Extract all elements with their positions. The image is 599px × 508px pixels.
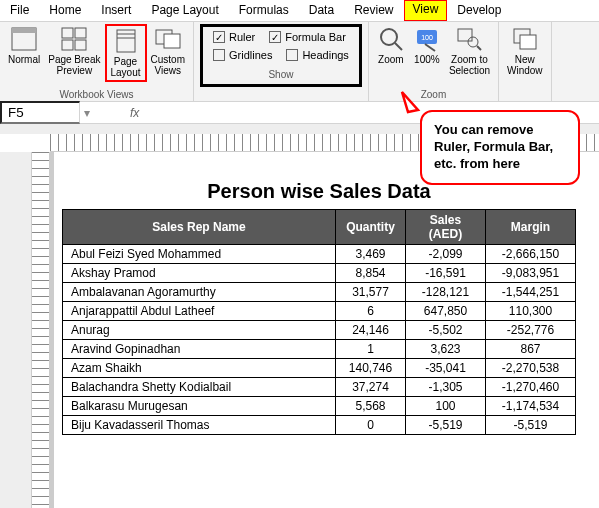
table-row[interactable]: Balkarasu Murugesan 5,568 100 -1,174,534 [63, 397, 576, 416]
cell-sales[interactable]: -1,305 [406, 378, 486, 397]
table-row[interactable]: Abul Feizi Syed Mohammed 3,469 -2,099 -2… [63, 245, 576, 264]
zoom-100-button[interactable]: 100 100% [409, 24, 445, 67]
dropdown-icon[interactable]: ▾ [80, 106, 94, 120]
name-box[interactable] [0, 101, 80, 124]
cell-sales[interactable]: -35,041 [406, 359, 486, 378]
cell-margin[interactable]: -2,270,538 [486, 359, 576, 378]
cell-sales[interactable]: -2,099 [406, 245, 486, 264]
menu-insert[interactable]: Insert [91, 0, 141, 21]
zoom-100-icon: 100 [413, 26, 441, 52]
page-layout-page: Person wise Sales Data Sales Rep Name Qu… [54, 152, 584, 508]
cell-margin[interactable]: -2,666,150 [486, 245, 576, 264]
table-row[interactable]: Anurag 24,146 -5,502 -252,776 [63, 321, 576, 340]
cell-qty[interactable]: 37,274 [336, 378, 406, 397]
fx-icon[interactable]: fx [124, 106, 145, 120]
zoom-100-label: 100% [414, 54, 440, 65]
headings-checkbox[interactable]: Headings [286, 49, 348, 61]
page-break-button[interactable]: Page Break Preview [44, 24, 104, 78]
menu-data[interactable]: Data [299, 0, 344, 21]
cell-name[interactable]: Azam Shaikh [63, 359, 336, 378]
sales-table: Sales Rep Name Quantity Sales (AED) Marg… [62, 209, 576, 435]
vertical-ruler [32, 152, 50, 508]
cell-name[interactable]: Aravind Gopinadhan [63, 340, 336, 359]
cell-qty[interactable]: 1 [336, 340, 406, 359]
menu-view[interactable]: View [404, 0, 448, 21]
cell-margin[interactable]: 867 [486, 340, 576, 359]
cell-sales[interactable]: -16,591 [406, 264, 486, 283]
headings-label: Headings [302, 49, 348, 61]
cell-sales[interactable]: 3,623 [406, 340, 486, 359]
cell-sales[interactable]: 100 [406, 397, 486, 416]
svg-rect-2 [62, 28, 73, 38]
zoom-selection-icon [455, 26, 483, 52]
table-row[interactable]: Biju Kavadasseril Thomas 0 -5,519 -5,519 [63, 416, 576, 435]
cell-qty[interactable]: 6 [336, 302, 406, 321]
menu-review[interactable]: Review [344, 0, 403, 21]
cell-qty[interactable]: 31,577 [336, 283, 406, 302]
menu-file[interactable]: File [0, 0, 39, 21]
col-quantity: Quantity [336, 210, 406, 245]
svg-rect-1 [12, 28, 36, 33]
cell-name[interactable]: Anurag [63, 321, 336, 340]
page-layout-button[interactable]: Page Layout [105, 24, 147, 82]
table-row[interactable]: Aravind Gopinadhan 1 3,623 867 [63, 340, 576, 359]
cell-margin[interactable]: -1,544,251 [486, 283, 576, 302]
cell-margin[interactable]: -5,519 [486, 416, 576, 435]
cell-qty[interactable]: 140,746 [336, 359, 406, 378]
svg-rect-16 [458, 29, 472, 41]
cell-qty[interactable]: 5,568 [336, 397, 406, 416]
cell-qty[interactable]: 8,854 [336, 264, 406, 283]
menu-home[interactable]: Home [39, 0, 91, 21]
cell-margin[interactable]: -9,083,951 [486, 264, 576, 283]
cell-margin[interactable]: -1,174,534 [486, 397, 576, 416]
normal-button[interactable]: Normal [4, 24, 44, 67]
menu-page-layout[interactable]: Page Layout [141, 0, 228, 21]
col-margin: Margin [486, 210, 576, 245]
cell-qty[interactable]: 0 [336, 416, 406, 435]
cell-sales[interactable]: -5,502 [406, 321, 486, 340]
new-window-button[interactable]: New Window [503, 24, 547, 78]
cell-qty[interactable]: 3,469 [336, 245, 406, 264]
menu-formulas[interactable]: Formulas [229, 0, 299, 21]
table-row[interactable]: Anjarappattil Abdul Latheef 6 647,850 11… [63, 302, 576, 321]
cell-margin[interactable]: -1,270,460 [486, 378, 576, 397]
table-row[interactable]: Akshay Pramod 8,854 -16,591 -9,083,951 [63, 264, 576, 283]
cell-qty[interactable]: 24,146 [336, 321, 406, 340]
svg-line-12 [395, 43, 402, 50]
ruler-checkbox[interactable]: ✓Ruler [213, 31, 255, 43]
cell-name[interactable]: Biju Kavadasseril Thomas [63, 416, 336, 435]
cell-margin[interactable]: 110,300 [486, 302, 576, 321]
cell-name[interactable]: Balachandra Shetty Kodialbail [63, 378, 336, 397]
svg-rect-5 [75, 40, 86, 50]
cell-name[interactable]: Akshay Pramod [63, 264, 336, 283]
page-break-label: Page Break Preview [48, 54, 100, 76]
table-row[interactable]: Azam Shaikh 140,746 -35,041 -2,270,538 [63, 359, 576, 378]
cell-sales[interactable]: -5,519 [406, 416, 486, 435]
custom-views-button[interactable]: Custom Views [147, 24, 189, 78]
cell-name[interactable]: Abul Feizi Syed Mohammed [63, 245, 336, 264]
show-options-box: ✓Ruler ✓Formula Bar Gridlines Headings S… [200, 24, 362, 87]
table-row[interactable]: Ambalavanan Agoramurthy 31,577 -128,121 … [63, 283, 576, 302]
cell-name[interactable]: Ambalavanan Agoramurthy [63, 283, 336, 302]
zoom-label: Zoom [378, 54, 404, 65]
cell-margin[interactable]: -252,776 [486, 321, 576, 340]
menu-developer[interactable]: Develop [447, 0, 511, 21]
group-show: ✓Ruler ✓Formula Bar Gridlines Headings S… [194, 22, 369, 101]
gridlines-checkbox[interactable]: Gridlines [213, 49, 272, 61]
zoom-selection-button[interactable]: Zoom to Selection [445, 24, 494, 78]
col-sales-rep: Sales Rep Name [63, 210, 336, 245]
svg-rect-10 [164, 34, 180, 48]
gridlines-label: Gridlines [229, 49, 272, 61]
cell-sales[interactable]: 647,850 [406, 302, 486, 321]
cell-name[interactable]: Anjarappattil Abdul Latheef [63, 302, 336, 321]
cell-name[interactable]: Balkarasu Murugesan [63, 397, 336, 416]
table-row[interactable]: Balachandra Shetty Kodialbail 37,274 -1,… [63, 378, 576, 397]
ruler-label: Ruler [229, 31, 255, 43]
left-gutter [0, 152, 32, 508]
formula-bar-checkbox[interactable]: ✓Formula Bar [269, 31, 346, 43]
page-break-icon [60, 26, 88, 52]
zoom-button[interactable]: Zoom [373, 24, 409, 67]
new-window-label: New Window [507, 54, 543, 76]
cell-sales[interactable]: -128,121 [406, 283, 486, 302]
svg-line-18 [477, 46, 481, 50]
